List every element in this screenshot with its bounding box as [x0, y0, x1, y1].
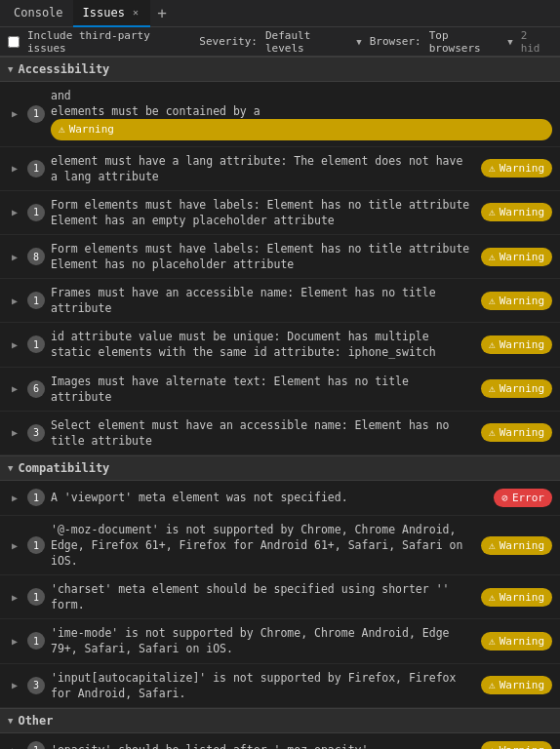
issue-row[interactable]: ▶ 1 and elements must be contained by a …: [0, 82, 560, 147]
issue-row[interactable]: ▶ 1 A 'viewport' meta element was not sp…: [0, 481, 560, 516]
tab-console-label: Console: [14, 6, 63, 20]
error-badge: ⊘Error: [494, 489, 552, 507]
severity-label: Severity:: [199, 35, 258, 48]
issue-count: 8: [27, 248, 45, 265]
warning-icon: ⚠: [489, 744, 496, 749]
expand-icon[interactable]: ▶: [8, 206, 21, 219]
browser-label: Browser:: [370, 35, 421, 48]
sections-container: ▼ Accessibility ▶ 1 and elements must be…: [0, 57, 560, 749]
issue-text: Form elements must have labels: Element …: [51, 241, 475, 272]
issue-text: Select element must have an accessible n…: [51, 417, 475, 449]
severity-dropdown[interactable]: Default levels ▼: [265, 29, 362, 55]
warning-icon: ⚠: [489, 382, 496, 395]
issue-row[interactable]: ▶ 1 Form elements must have labels: Elem…: [0, 191, 560, 235]
issue-text: Frames must have an accessible name: Ele…: [51, 285, 475, 316]
issue-text: element must have a lang attribute: The …: [51, 153, 475, 184]
issue-count: 1: [27, 105, 45, 123]
issue-row[interactable]: ▶ 1 '@-moz-document' is not supported by…: [0, 516, 560, 575]
third-party-checkbox[interactable]: [8, 36, 20, 48]
issue-count: 3: [27, 424, 45, 442]
expand-icon[interactable]: ▶: [8, 743, 21, 749]
issue-count: 1: [27, 160, 45, 177]
issue-text: and elements must be contained by a ⚠War…: [51, 88, 552, 140]
section-title: Compatibility: [18, 461, 109, 475]
section-title: Other: [18, 714, 53, 728]
warning-icon: ⚠: [489, 338, 496, 351]
browser-dropdown[interactable]: Top browsers ▼: [429, 29, 513, 55]
issue-row[interactable]: ▶ 3 Select element must have an accessib…: [0, 412, 560, 455]
chevron-down-icon: ▼: [8, 463, 13, 473]
warning-badge: ⚠Warning: [481, 536, 552, 555]
warning-badge: ⚠Warning: [481, 248, 552, 266]
issue-text: A 'viewport' meta element was not specif…: [51, 490, 488, 505]
expand-icon[interactable]: ▶: [8, 590, 21, 604]
issue-row[interactable]: ▶ 1 id attribute value must be unique: D…: [0, 323, 560, 367]
tab-issues-label: Issues: [83, 6, 125, 20]
warning-badge: ⚠Warning: [481, 335, 552, 354]
tab-close-icon[interactable]: ✕: [131, 7, 140, 18]
browser-value: Top browsers: [429, 29, 504, 55]
expand-icon[interactable]: ▶: [8, 107, 21, 121]
tab-bar: Console Issues ✕ +: [0, 0, 560, 27]
issue-count: 3: [27, 677, 45, 694]
warning-icon: ⚠: [489, 162, 496, 175]
warning-icon: ⚠: [489, 206, 496, 218]
issue-count: 6: [27, 380, 45, 398]
tab-issues[interactable]: Issues ✕: [73, 0, 150, 27]
tab-add-button[interactable]: +: [150, 2, 174, 25]
tab-add-icon: +: [157, 4, 167, 22]
issue-count: 1: [27, 632, 45, 650]
issue-row[interactable]: ▶ 8 Form elements must have labels: Elem…: [0, 235, 560, 279]
issue-text: '@-moz-document' is not supported by Chr…: [51, 522, 475, 569]
warning-icon: ⚠: [489, 295, 496, 307]
expand-icon[interactable]: ▶: [8, 426, 21, 440]
warning-badge: ⚠Warning: [481, 292, 552, 310]
issue-row[interactable]: ▶ 3 'input[autocapitalize]' is not suppo…: [0, 664, 560, 708]
expand-icon[interactable]: ▶: [8, 491, 21, 504]
issue-text: 'ime-mode' is not supported by Chrome, C…: [51, 625, 475, 656]
issue-row[interactable]: ▶ 6 Images must have alternate text: Ele…: [0, 368, 560, 412]
warning-icon: ⚠: [59, 122, 65, 137]
hidden-count[interactable]: 2 hid: [521, 29, 552, 55]
expand-icon[interactable]: ▶: [8, 382, 21, 396]
expand-icon[interactable]: ▶: [8, 294, 21, 307]
tab-console[interactable]: Console: [4, 0, 73, 27]
issue-count: 1: [27, 489, 45, 506]
issue-count: 1: [27, 335, 45, 353]
issue-text: Form elements must have labels: Element …: [51, 197, 475, 228]
section-header-compatibility[interactable]: ▼ Compatibility: [0, 455, 560, 481]
expand-icon[interactable]: ▶: [8, 162, 21, 176]
warning-badge: ⚠Warning: [51, 119, 552, 139]
issue-row[interactable]: ▶ 1 'charset' meta element should be spe…: [0, 575, 560, 619]
warning-badge: ⚠Warning: [481, 741, 552, 749]
browser-chevron-icon: ▼: [507, 37, 512, 47]
issue-count: 1: [27, 741, 45, 749]
severity-value: Default levels: [265, 29, 353, 55]
error-icon: ⊘: [501, 492, 508, 504]
warning-badge: ⚠Warning: [481, 203, 552, 221]
issue-text: Images must have alternate text: Element…: [51, 374, 475, 405]
warning-icon: ⚠: [489, 251, 496, 263]
expand-icon[interactable]: ▶: [8, 250, 21, 263]
warning-icon: ⚠: [489, 679, 496, 691]
issue-row[interactable]: ▶ 1 element must have a lang attribute: …: [0, 147, 560, 191]
third-party-label: Include third-party issues: [27, 29, 191, 55]
expand-icon[interactable]: ▶: [8, 538, 21, 552]
issue-text: 'input[autocapitalize]' is not supported…: [51, 670, 475, 701]
issue-row[interactable]: ▶ 1 'ime-mode' is not supported by Chrom…: [0, 619, 560, 663]
warning-icon: ⚠: [489, 591, 496, 604]
warning-icon: ⚠: [489, 539, 496, 552]
issue-row[interactable]: ▶ 1 'opacity' should be listed after '-m…: [0, 733, 560, 749]
expand-icon[interactable]: ▶: [8, 679, 21, 692]
issue-text: 'charset' meta element should be specifi…: [51, 581, 475, 612]
expand-icon[interactable]: ▶: [8, 337, 21, 351]
issue-row[interactable]: ▶ 1 Frames must have an accessible name:…: [0, 279, 560, 323]
warning-icon: ⚠: [489, 635, 496, 648]
issue-count: 1: [27, 536, 45, 554]
section-title: Accessibility: [18, 62, 109, 76]
issue-text: 'opacity' should be listed after '-moz-o…: [51, 742, 475, 749]
section-header-other[interactable]: ▼ Other: [0, 708, 560, 733]
section-header-accessibility[interactable]: ▼ Accessibility: [0, 57, 560, 82]
warning-badge: ⚠Warning: [481, 588, 552, 607]
expand-icon[interactable]: ▶: [8, 634, 21, 648]
